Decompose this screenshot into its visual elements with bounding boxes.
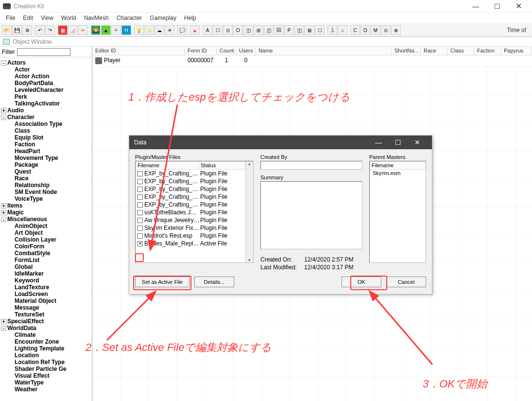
filter-input[interactable]: [17, 48, 70, 56]
tree-node[interactable]: Perk: [1, 93, 91, 100]
toggle-h-icon[interactable]: 回: [274, 25, 284, 35]
dialog-minimize-button[interactable]: —: [369, 139, 388, 146]
tree-node[interactable]: Movement Type: [1, 155, 91, 161]
tree-node[interactable]: SM Event Node: [1, 189, 91, 195]
col-shortname[interactable]: ShortNa...: [392, 47, 421, 55]
tree-node[interactable]: Location: [1, 352, 91, 359]
plugin-checkbox[interactable]: [137, 194, 143, 200]
tree-node[interactable]: Relationship: [1, 182, 91, 189]
tree-node[interactable]: BodyPartData: [1, 80, 91, 87]
tree-node[interactable]: WaterType: [1, 379, 91, 386]
tree-node[interactable]: +SpecialEffect: [1, 318, 91, 325]
dialog-close-button[interactable]: ✕: [408, 139, 427, 146]
tree-node[interactable]: Faction: [1, 141, 91, 148]
parent-master-row[interactable]: Skyrim.esm: [370, 170, 426, 176]
toggle-e-icon[interactable]: ◫: [243, 25, 253, 35]
list-header[interactable]: Editor ID Form ID Count Users Name Short…: [92, 47, 532, 55]
tree-node[interactable]: Weather: [1, 386, 91, 393]
tree-node[interactable]: -Character: [1, 114, 91, 121]
trigger-m-icon[interactable]: M: [371, 25, 380, 35]
toggle-p-icon[interactable]: P: [284, 25, 294, 35]
list-row[interactable]: Player 00000007 1 0: [92, 55, 532, 66]
togglegrass-icon[interactable]: ⌗: [111, 25, 121, 35]
anim-icon[interactable]: 🏃: [327, 25, 337, 35]
sound-icon[interactable]: ♪: [338, 25, 347, 35]
plugin-scrollbar[interactable]: [245, 161, 253, 262]
tree-node[interactable]: -WorldData: [1, 325, 91, 331]
plugin-checkbox[interactable]: [137, 226, 143, 231]
tree-node[interactable]: Location Ref Type: [1, 359, 91, 366]
tree-node[interactable]: -Miscellaneous: [1, 216, 91, 223]
tree-node[interactable]: +Items: [1, 202, 91, 209]
toggle-k-icon[interactable]: ☐: [315, 25, 325, 35]
tree-node[interactable]: TalkingActivator: [1, 100, 91, 107]
tree-node[interactable]: Encounter Zone: [1, 338, 91, 345]
tree-node[interactable]: Message: [1, 304, 91, 311]
toggle-d-icon[interactable]: O: [233, 25, 243, 35]
tree-node[interactable]: FormList: [1, 257, 91, 263]
tree-expander-icon[interactable]: -: [1, 217, 6, 222]
col-formid[interactable]: Form ID: [185, 47, 217, 55]
maximize-button[interactable]: ☐: [486, 0, 508, 12]
cancel-button[interactable]: Cancel: [386, 277, 426, 287]
tree-node[interactable]: Package: [1, 161, 91, 168]
col-papyrus[interactable]: Papyrus: [501, 47, 532, 55]
tree-node[interactable]: VoiceType: [1, 195, 91, 202]
tree-expander-icon[interactable]: +: [1, 108, 6, 113]
minimize-button[interactable]: —: [465, 0, 486, 12]
tree-node[interactable]: LeveledCharacter: [1, 87, 91, 93]
tree-node[interactable]: Race: [1, 175, 91, 182]
parent-masters-list[interactable]: Filename Skyrim.esm: [369, 161, 426, 263]
plugin-checkbox[interactable]: [137, 187, 143, 192]
col-race[interactable]: Race: [421, 47, 447, 55]
details-button[interactable]: Details...: [194, 277, 234, 287]
col-count[interactable]: Count: [217, 47, 236, 55]
tree-node[interactable]: Collision Layer: [1, 236, 91, 243]
tree-node[interactable]: LoadScreen: [1, 291, 91, 297]
tree-node[interactable]: Art Object: [1, 229, 91, 236]
tree-expander-icon[interactable]: +: [1, 319, 6, 324]
lights-icon[interactable]: ✏: [78, 25, 88, 35]
lightbulb-icon[interactable]: 💡: [134, 25, 144, 35]
snap-angle-icon[interactable]: ◿: [68, 25, 78, 35]
snap-grid-icon[interactable]: ▦: [58, 25, 68, 35]
toggle-g-icon[interactable]: ◫: [264, 25, 274, 35]
tree-node[interactable]: Actor Action: [1, 73, 91, 80]
tree-node[interactable]: ColorForm: [1, 243, 91, 250]
open-icon[interactable]: 📂: [2, 25, 12, 35]
tree-node[interactable]: Climate: [1, 331, 91, 338]
toggle-i-icon[interactable]: ◫: [294, 25, 304, 35]
tree-node[interactable]: +Magic: [1, 209, 91, 216]
plugin-col-status[interactable]: Status: [199, 161, 245, 169]
toggle-c-icon[interactable]: ⊙: [223, 25, 233, 35]
tree-node[interactable]: CombatStyle: [1, 250, 91, 257]
toggle-a-icon[interactable]: A: [203, 25, 212, 35]
menu-world[interactable]: World: [57, 14, 80, 22]
tree-expander-icon[interactable]: +: [1, 203, 6, 209]
tree-node[interactable]: Visual Effect: [1, 372, 91, 379]
menu-file[interactable]: File: [2, 14, 19, 22]
record-icon[interactable]: ⊙: [381, 25, 391, 35]
tree-node[interactable]: Class: [1, 127, 91, 134]
plugin-checkbox[interactable]: [137, 171, 143, 176]
brightness-icon[interactable]: ☀: [165, 25, 174, 35]
col-faction[interactable]: Faction: [474, 47, 501, 55]
tree-node[interactable]: Association Type: [1, 121, 91, 127]
tree-node[interactable]: IdleMarker: [1, 270, 91, 277]
parent-col-filename[interactable]: Filename: [370, 161, 426, 169]
col-users[interactable]: Users: [236, 47, 256, 55]
tree-expander-icon[interactable]: -: [1, 60, 6, 66]
plugin-checkbox[interactable]: [137, 218, 143, 223]
undo-icon[interactable]: ↶: [35, 25, 45, 35]
fx-icon[interactable]: ✨: [144, 25, 154, 35]
tree-node[interactable]: +Audio: [1, 107, 91, 114]
menu-help[interactable]: Help: [180, 14, 200, 22]
createdby-input[interactable]: [260, 161, 362, 170]
toggle-j-icon[interactable]: ⊠: [305, 25, 314, 35]
tree-node[interactable]: Global: [1, 263, 91, 270]
tree-node[interactable]: -Actors: [1, 59, 91, 66]
trigger-c-icon[interactable]: C: [350, 25, 360, 35]
sky-icon[interactable]: ☁: [154, 25, 164, 35]
object-tree[interactable]: -ActorsActorActor ActionBodyPartDataLeve…: [0, 57, 92, 395]
toggle-b-icon[interactable]: ☐: [213, 25, 223, 35]
